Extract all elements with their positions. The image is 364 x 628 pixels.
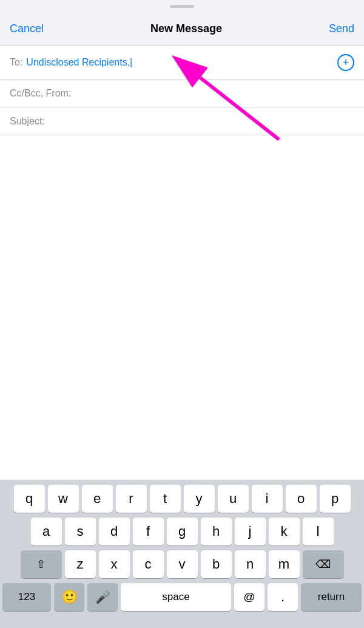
key-t[interactable]: t — [150, 485, 181, 513]
delete-key[interactable]: ⌫ — [303, 550, 344, 578]
key-u[interactable]: u — [218, 485, 249, 513]
send-button[interactable]: Send — [329, 22, 354, 35]
add-recipient-button[interactable]: + — [337, 54, 354, 71]
key-q[interactable]: q — [14, 485, 45, 513]
keyboard: q w e r t y u i o p a s d f g h j k l ⇧ … — [0, 480, 364, 628]
numbers-key[interactable]: 123 — [2, 583, 51, 611]
key-o[interactable]: o — [286, 485, 317, 513]
key-k[interactable]: k — [269, 518, 300, 545]
key-w[interactable]: w — [48, 485, 79, 513]
keyboard-row-1: q w e r t y u i o p — [2, 485, 362, 513]
keyboard-row-4: 123 🙂 🎤 space @ . return — [2, 583, 362, 611]
keyboard-row-3: ⇧ z x c v b n m ⌫ — [2, 550, 362, 578]
compose-title: New Message — [150, 22, 222, 35]
key-i[interactable]: i — [252, 485, 283, 513]
compose-header: Cancel New Message Send — [0, 12, 364, 46]
key-e[interactable]: e — [82, 485, 113, 513]
key-z[interactable]: z — [65, 550, 96, 578]
key-f[interactable]: f — [133, 518, 164, 545]
microphone-key[interactable]: 🎤 — [87, 583, 118, 611]
to-field-row[interactable]: To: Undisclosed Recipients, + — [0, 46, 364, 79]
drag-handle-area — [0, 0, 364, 12]
key-b[interactable]: b — [201, 550, 232, 578]
compose-form: To: Undisclosed Recipients, + Cc/Bcc, Fr… — [0, 46, 364, 135]
to-label: To: — [10, 57, 22, 68]
period-key[interactable]: . — [268, 583, 298, 611]
key-l[interactable]: l — [303, 518, 334, 545]
key-h[interactable]: h — [201, 518, 232, 545]
key-d[interactable]: d — [99, 518, 130, 545]
key-p[interactable]: p — [320, 485, 351, 513]
key-y[interactable]: y — [184, 485, 215, 513]
drag-handle — [170, 5, 194, 8]
cancel-button[interactable]: Cancel — [10, 22, 44, 35]
key-g[interactable]: g — [167, 518, 198, 545]
key-x[interactable]: x — [99, 550, 130, 578]
keyboard-bottom-bar — [2, 616, 362, 628]
emoji-key[interactable]: 🙂 — [54, 583, 84, 611]
key-a[interactable]: a — [31, 518, 62, 545]
key-r[interactable]: r — [116, 485, 147, 513]
at-key[interactable]: @ — [234, 583, 265, 611]
message-body-area[interactable] — [0, 135, 364, 293]
subject-field-row[interactable]: Subject: — [0, 107, 364, 135]
to-value: Undisclosed Recipients, — [26, 57, 337, 68]
keyboard-row-2: a s d f g h j k l — [2, 518, 362, 545]
cc-bcc-field-row[interactable]: Cc/Bcc, From: — [0, 79, 364, 107]
key-m[interactable]: m — [269, 550, 300, 578]
key-s[interactable]: s — [65, 518, 96, 545]
key-n[interactable]: n — [235, 550, 266, 578]
key-v[interactable]: v — [167, 550, 198, 578]
key-c[interactable]: c — [133, 550, 164, 578]
subject-label: Subject: — [10, 116, 45, 127]
space-key[interactable]: space — [121, 583, 231, 611]
return-key[interactable]: return — [301, 583, 362, 611]
shift-key[interactable]: ⇧ — [21, 550, 62, 578]
key-j[interactable]: j — [235, 518, 266, 545]
cc-label: Cc/Bcc, From: — [10, 88, 71, 99]
